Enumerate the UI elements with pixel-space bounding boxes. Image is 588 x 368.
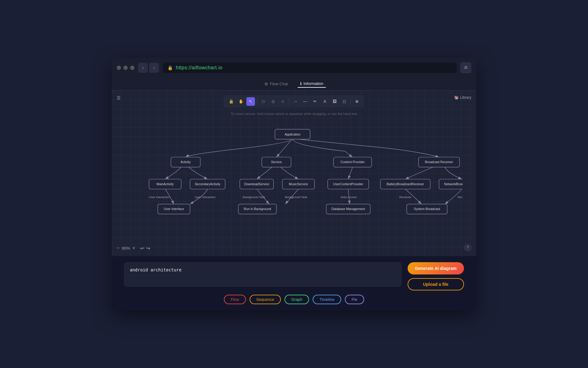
node-service-label: Service [271,160,282,164]
tool-arrow[interactable]: → [291,97,300,106]
traffic-light-close[interactable] [117,66,121,70]
flowchart-diagram[interactable]: Application Activity Service Content Pro… [126,118,462,228]
browser-titlebar: ‹ › 🔒 https://aiflowchart.io ≡ [112,58,476,78]
information-icon: ℹ [300,81,302,86]
node-usercontentprovider-label: UserContentProvider [333,182,364,186]
node-musicservice-label: MusicService [289,182,308,186]
flowchat-icon: ⊞ [265,82,268,86]
tab-information[interactable]: ℹ Information [298,80,326,88]
tool-hand[interactable]: ✋ [237,97,245,106]
traffic-light-maximize[interactable] [130,66,134,70]
toolbar-divider-3 [351,98,351,105]
tool-lock[interactable]: 🔒 [227,97,236,106]
label-background-task-2: Background Task [285,195,307,199]
library-icon: 📚 [454,95,459,100]
library-button[interactable]: 📚 Library [454,95,471,100]
tool-circle[interactable]: ○ [279,97,287,106]
tool-rect[interactable]: □ [259,97,268,106]
tool-line[interactable]: — [301,97,310,106]
lock-icon: 🔒 [168,65,173,70]
zoom-in-button[interactable]: + [132,245,135,251]
node-networkbroadcast-label: NetworkBroadcastReceiver [444,182,462,186]
input-row: android architecture Generate AI diagram… [124,262,464,290]
node-dbmgmt-label: Database Management [331,207,365,211]
canvas-area[interactable]: ☰ 🔒 ✋ ↖ □ ◇ ○ → — ✏ A 🖼 ◻ ⊕ To move canv… [112,90,476,256]
library-label: Library [460,95,471,100]
edge-service-music [281,167,298,179]
node-mainactivity-label: MainActivity [156,182,174,186]
edge-broadcast-network [445,167,462,179]
zoom-out-button[interactable]: − [117,245,119,251]
edge-activity-main [165,167,181,179]
address-bar[interactable]: 🔒 https://aiflowchart.io [163,63,457,73]
menu-button[interactable]: ☰ [117,95,121,100]
tool-text[interactable]: A [321,97,329,106]
node-batterybroadcast-label: BatteryBroadcastReceiver [386,182,424,186]
label-user-interaction-1: User Interaction [149,195,169,199]
tool-diamond[interactable]: ◇ [269,97,277,106]
generate-button[interactable]: Generate AI diagram [408,262,464,274]
label-receives-2: Receives [458,195,462,199]
tab-flowchat[interactable]: ⊞ Flow Chat [262,80,290,88]
edge-broadcast-battery [405,167,433,179]
type-graph[interactable]: Graph [285,295,309,304]
zoom-level: 80% [122,246,130,251]
redo-button[interactable]: ↪ [146,245,150,251]
edge-app-content [292,139,352,157]
action-buttons: Generate AI diagram Upload a file [408,262,464,290]
edge-activity-secondary [189,167,208,179]
canvas-hint: To move canvas, hold mouse wheel or spac… [231,112,357,116]
toolbar-divider-1 [257,98,257,105]
label-user-interaction-2: User Interaction [195,195,215,199]
undo-button[interactable]: ↩ [140,245,144,251]
label-data-access: Data Access [341,195,357,199]
node-broadcast-receiver-label: Broadcast Receiver [425,160,453,164]
forward-button[interactable]: › [149,63,159,73]
toolbar-divider-2 [289,98,289,105]
type-timeline[interactable]: Timeline [313,295,341,304]
node-activity-label: Activity [180,160,191,164]
edge-app-activity [186,139,292,157]
bottom-panel: android architecture Generate AI diagram… [112,256,476,310]
traffic-lights [117,66,134,70]
app-tabs: ⊞ Flow Chat ℹ Information [112,78,476,90]
edge-app-service [277,139,293,157]
information-label: Information [303,81,323,86]
prompt-input[interactable]: android architecture [124,262,401,287]
tool-image[interactable]: 🖼 [330,97,339,106]
edge-app-broadcast [292,139,439,157]
type-flow[interactable]: Flow [224,295,246,304]
node-secondaryactivity-label: SecondaryActivity [195,182,221,186]
node-runinbg-label: Run in Background [244,207,271,211]
type-pie[interactable]: Pie [345,295,364,304]
undo-redo-group: ↩ ↪ [140,245,150,251]
traffic-light-minimize[interactable] [123,66,128,70]
diagram-types: Flow Sequence Graph Timeline Pie [124,295,464,304]
edge-content-usercontent [348,167,352,179]
label-receives-1: Receives [399,195,411,199]
url-text: https://aiflowchart.io [176,65,222,71]
zoom-controls: − 80% + ↩ ↪ [117,245,150,251]
nav-buttons: ‹ › [138,63,159,73]
back-button[interactable]: ‹ [138,63,148,73]
type-sequence[interactable]: Sequence [250,295,281,304]
upload-button[interactable]: Upload a file [408,278,464,290]
browser-window: ‹ › 🔒 https://aiflowchart.io ≡ ⊞ Flow Ch… [112,58,476,310]
node-systembroadcast-label: System Broadcast [414,207,440,211]
settings-button[interactable]: ≡ [460,62,471,73]
flowchat-label: Flow Chat [270,82,288,86]
node-content-provider-label: Content Provider [341,160,365,164]
tool-select[interactable]: ↖ [247,97,255,106]
node-application-label: Application [285,132,300,136]
node-downloadservice-label: DownloadService [244,182,270,186]
tool-more[interactable]: ⊕ [353,97,361,106]
tool-pen[interactable]: ✏ [311,97,319,106]
label-background-task-1: Background Task [243,195,265,199]
tool-eraser[interactable]: ◻ [340,97,349,106]
help-button[interactable]: ? [464,244,471,251]
edge-service-download [257,167,272,179]
toolbar: 🔒 ✋ ↖ □ ◇ ○ → — ✏ A 🖼 ◻ ⊕ [224,95,364,108]
node-userinterface-label: User Interface [164,207,184,211]
